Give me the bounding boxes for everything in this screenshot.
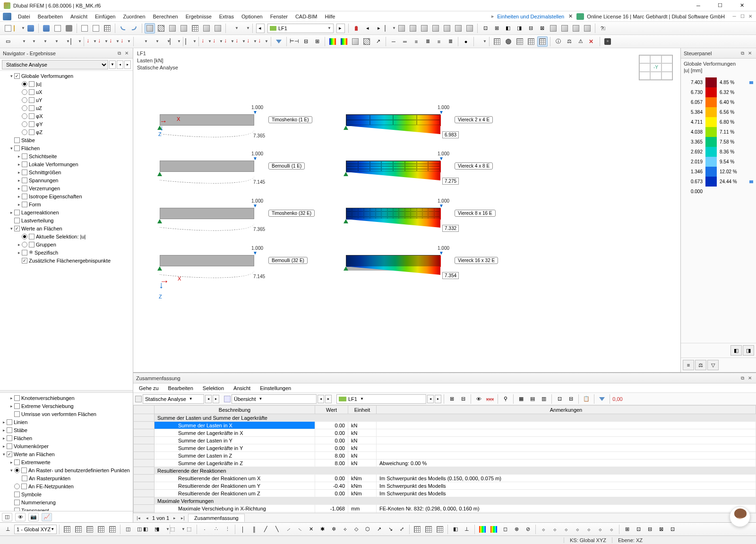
mdi-restore[interactable]: ☐ (739, 13, 746, 20)
sum-c3-next[interactable]: ▸ (435, 395, 441, 403)
maximize-button[interactable]: ☐ (710, 0, 730, 11)
zoom-b[interactable]: ⊟ (525, 23, 536, 34)
bb-c5[interactable]: ⊘ (523, 524, 533, 535)
sf-a[interactable]: ◧ (730, 345, 742, 356)
menu-einfuegen[interactable]: Einfügen (91, 12, 119, 21)
tool-g1[interactable] (492, 36, 502, 47)
bb-c3[interactable]: ◻ (500, 524, 510, 535)
loadcase-prev[interactable]: ◂ (256, 24, 265, 33)
view-i[interactable] (559, 23, 570, 34)
view-j[interactable] (571, 23, 581, 34)
bb-s3[interactable]: ⋮ (222, 524, 232, 535)
tool-sup3[interactable]: ▼ (109, 36, 120, 47)
undo-button[interactable] (118, 23, 128, 34)
support-avatar[interactable] (730, 506, 750, 527)
tool-g4[interactable] (526, 36, 536, 47)
st-a[interactable]: ⊞ (447, 394, 457, 404)
bb-s4[interactable]: │ (238, 524, 248, 535)
bb-d7[interactable]: ⟐ (606, 524, 617, 535)
tool-dim3[interactable]: ⊞ (312, 36, 322, 47)
tool-load4[interactable]: ▼ (235, 36, 246, 47)
cam-right[interactable]: ▸ (374, 23, 384, 34)
zoom-c[interactable]: ⊠ (537, 23, 547, 34)
tool-res1[interactable] (327, 36, 338, 47)
bb-e2[interactable]: ⊡ (633, 524, 644, 535)
saveas-button[interactable] (41, 23, 52, 34)
tool-res3[interactable] (350, 36, 361, 47)
bb-3[interactable] (85, 524, 95, 535)
view-k[interactable] (582, 23, 593, 34)
res-button[interactable]: ▼ (240, 23, 250, 34)
tree-item[interactable]: Aktuelle Selektion: |u| (0, 232, 133, 240)
tree-item[interactable]: An FE-Netzpunkten (0, 482, 133, 490)
view-h[interactable] (548, 23, 558, 34)
bb-sa[interactable]: ✕ (306, 524, 316, 535)
bb-s1[interactable]: ∙ (199, 524, 210, 535)
bb-e5[interactable]: ⊡ (667, 524, 678, 535)
sf-scale[interactable]: ⚖ (695, 360, 706, 370)
tool-dim1[interactable]: ⊢⊣ (289, 36, 300, 47)
tree-item[interactable]: ▸Linien (0, 418, 133, 426)
tree-item[interactable]: ▸Volumenkörper (0, 442, 133, 450)
tree-item[interactable]: ▸Extremwerte (0, 458, 133, 466)
steuer-close[interactable]: ✕ (747, 50, 753, 57)
tree-item[interactable]: φX (0, 112, 133, 120)
tool-res4[interactable] (361, 36, 372, 47)
view-g[interactable] (464, 23, 475, 34)
bb-s5[interactable]: ║ (249, 524, 259, 535)
tool-line[interactable]: ▼ (26, 36, 36, 47)
view-b[interactable] (408, 23, 418, 34)
tool-sec5[interactable]: ≡ (434, 36, 444, 47)
tree-item[interactable]: ▸Schichtseite (0, 152, 133, 160)
tree-item[interactable]: φY (0, 120, 133, 128)
view-f[interactable] (453, 23, 464, 34)
view-persp[interactable] (213, 23, 223, 34)
summary-table[interactable]: BeschreibungWertEinheitAnmerkungenSumme … (133, 405, 756, 513)
tool-sec3[interactable]: ≡ (411, 36, 421, 47)
st-k[interactable]: 📋 (581, 394, 592, 404)
tree-item[interactable]: ▸Spannungen (0, 176, 133, 184)
tree-item[interactable]: ▸✱Spezifisch (0, 248, 133, 256)
sum-combo3[interactable]: LF1▼ (336, 394, 426, 404)
view-solid[interactable] (145, 23, 155, 34)
zoom-fit[interactable]: ⊡ (480, 23, 490, 34)
tree-item[interactable]: ▾An Raster- und benutzerdefinierten Punk… (0, 466, 133, 474)
nav-combo-next[interactable]: ▸ (124, 60, 131, 69)
tool-balance[interactable]: ⚖ (564, 36, 575, 47)
table-button[interactable] (102, 23, 112, 34)
bb-sg[interactable]: ↗ (374, 524, 384, 535)
tool-member[interactable]: ▼ (37, 36, 47, 47)
sum-last[interactable]: ▸| (180, 515, 186, 521)
tree-item[interactable]: Umrisse von verformten Flächen (0, 410, 133, 418)
tool-dim2[interactable]: ⊟ (301, 36, 311, 47)
analysis-combo[interactable]: Statische Analyse (2, 60, 108, 69)
results-tree[interactable]: ▾Globale Verformungen|u|uXuYuZφXφYφZStäb… (0, 71, 133, 390)
nav-close[interactable]: ✕ (123, 50, 130, 57)
zoom-win[interactable]: ⊞ (491, 23, 502, 34)
tool-g5[interactable] (537, 36, 548, 47)
tree-item[interactable]: Zusätzliche Flächenergebnispunkte (0, 256, 133, 264)
st-d[interactable]: xxx (485, 394, 495, 404)
sum-menu-goto[interactable]: Gehe zu (135, 384, 163, 392)
st-b[interactable]: ⊟ (458, 394, 468, 404)
menu-hilfe[interactable]: Hilfe (321, 12, 339, 21)
tool-sec6[interactable]: ≣ (445, 36, 455, 47)
tool-load3[interactable]: ▼ (224, 36, 234, 47)
nav-combo-dd[interactable]: ▼ (109, 60, 116, 69)
nav-popout[interactable]: ⧉ (116, 50, 122, 57)
tree-item[interactable]: ▸Knotenverschiebungen (0, 394, 133, 402)
bb-d6[interactable]: ⟐ (595, 524, 605, 535)
sum-combo1[interactable]: Statische Analyse▼ (143, 394, 204, 404)
st-g[interactable]: ▤ (527, 394, 538, 404)
tool-g2[interactable] (503, 36, 514, 47)
menu-ergebnisse[interactable]: Ergebnisse (182, 12, 215, 21)
nav-tab-views[interactable]: 📷 (28, 513, 39, 521)
mdi-minimize[interactable]: ─ (730, 13, 738, 20)
sum-c2-next[interactable]: ▸ (325, 395, 332, 403)
st-c[interactable]: 👁 (473, 394, 484, 404)
tree-item[interactable]: |u| (0, 80, 133, 88)
steuer-popout[interactable]: ⧉ (739, 50, 746, 57)
menu-extras[interactable]: Extras (215, 12, 238, 21)
menu-fenster[interactable]: Fenster (266, 12, 292, 21)
menu-bearbeiten[interactable]: Bearbeiten (34, 12, 67, 21)
